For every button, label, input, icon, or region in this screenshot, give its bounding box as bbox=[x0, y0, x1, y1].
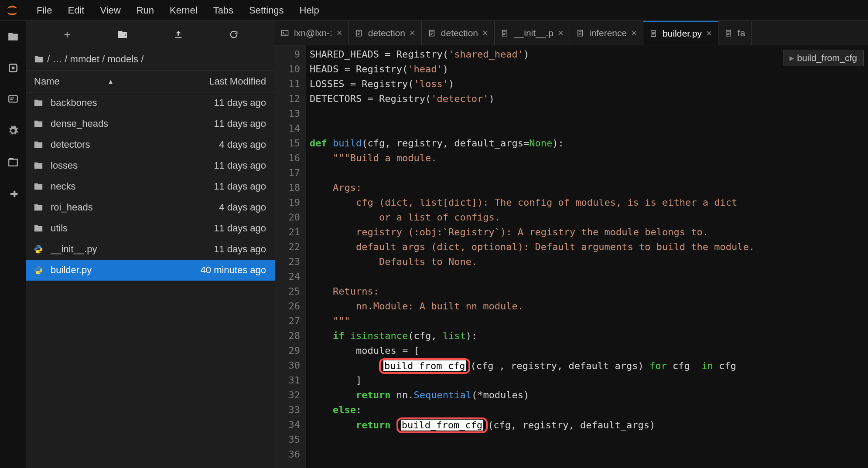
menu-tabs[interactable]: Tabs bbox=[205, 0, 241, 20]
file-modified: 11 days ago bbox=[166, 97, 275, 109]
search-match: build_from_cfg bbox=[396, 417, 488, 433]
editor-tab[interactable]: fa bbox=[718, 21, 752, 45]
file-modified: 11 days ago bbox=[166, 223, 275, 234]
breadcrumb-segment[interactable]: / bbox=[141, 54, 144, 64]
code-line[interactable]: if isinstance(cfg, list): bbox=[310, 329, 868, 343]
breadcrumb-segment[interactable]: … bbox=[52, 54, 65, 64]
upload-icon[interactable] bbox=[172, 28, 185, 41]
breadcrumb-segment[interactable]: models bbox=[107, 54, 141, 64]
symbol-breadcrumb[interactable]: ▸ build_from_cfg bbox=[783, 50, 864, 66]
code-line[interactable]: return build_from_cfg(cfg, registry, def… bbox=[310, 417, 868, 432]
code-line[interactable] bbox=[310, 269, 868, 284]
line-number: 20 bbox=[275, 210, 306, 225]
menu-edit[interactable]: Edit bbox=[60, 0, 92, 20]
editor-tab[interactable]: detection× bbox=[422, 21, 495, 45]
editor[interactable]: ▸ build_from_cfg 91011121314151617181920… bbox=[275, 45, 868, 468]
code-line[interactable]: ] bbox=[310, 373, 868, 388]
folder-icon[interactable] bbox=[6, 30, 20, 44]
new-launcher-icon[interactable]: + bbox=[61, 28, 73, 41]
close-icon[interactable]: × bbox=[706, 28, 712, 39]
col-name-label: Name bbox=[34, 76, 60, 87]
code-line[interactable]: registry (:obj:`Registry`): A registry t… bbox=[310, 225, 868, 240]
breadcrumb-segment[interactable]: / bbox=[65, 54, 70, 64]
line-number: 27 bbox=[275, 314, 306, 329]
file-row[interactable]: dense_heads11 days ago bbox=[26, 113, 275, 134]
close-icon[interactable]: × bbox=[558, 27, 564, 39]
close-icon[interactable]: × bbox=[337, 27, 342, 39]
file-modified: 11 days ago bbox=[166, 160, 275, 171]
editor-tabs: lxn@lxn-:×detection×detection×__init__.p… bbox=[275, 21, 868, 45]
code-line[interactable] bbox=[310, 106, 868, 121]
code-line[interactable]: Defaults to None. bbox=[310, 254, 868, 269]
code-line[interactable]: default_args (dict, optional): Default a… bbox=[310, 240, 868, 254]
code-line[interactable] bbox=[310, 121, 868, 136]
file-row[interactable]: necks11 days ago bbox=[26, 176, 275, 197]
breadcrumb[interactable]: / … / mmdet / models / bbox=[26, 48, 275, 71]
editor-tab[interactable]: builder.py× bbox=[643, 21, 718, 45]
breadcrumb-segment[interactable]: / bbox=[47, 54, 52, 64]
tabs-icon[interactable] bbox=[6, 155, 20, 169]
svg-rect-6 bbox=[9, 158, 14, 159]
code-line[interactable]: nn.Module: A built nn module. bbox=[310, 299, 868, 314]
file-modified: 4 days ago bbox=[166, 202, 275, 213]
file-row[interactable]: __init__.py11 days ago bbox=[26, 239, 275, 260]
menu-settings[interactable]: Settings bbox=[241, 0, 292, 20]
refresh-icon[interactable] bbox=[228, 28, 240, 41]
running-icon[interactable] bbox=[6, 61, 20, 75]
file-row[interactable]: backbones11 days ago bbox=[26, 92, 275, 113]
editor-tab[interactable]: __init__.p× bbox=[495, 21, 570, 45]
folder-icon bbox=[26, 224, 51, 233]
file-list-header[interactable]: Name ▲ Last Modified bbox=[26, 71, 275, 92]
code-line[interactable]: Returns: bbox=[310, 284, 868, 299]
code-line[interactable]: def build(cfg, registry, default_args=No… bbox=[310, 136, 868, 151]
document-icon bbox=[576, 29, 585, 37]
menu-view[interactable]: View bbox=[92, 0, 128, 20]
code-line[interactable] bbox=[310, 166, 868, 180]
code-line[interactable]: return nn.Sequential(*modules) bbox=[310, 388, 868, 403]
menu-run[interactable]: Run bbox=[129, 0, 162, 20]
menu-file[interactable]: File bbox=[29, 0, 60, 20]
menu-help[interactable]: Help bbox=[292, 0, 327, 20]
document-icon bbox=[501, 29, 509, 37]
line-number: 32 bbox=[275, 388, 306, 403]
line-number: 16 bbox=[275, 151, 306, 166]
editor-tab[interactable]: inference× bbox=[570, 21, 643, 45]
code-line[interactable] bbox=[310, 432, 868, 447]
code-content[interactable]: SHARED_HEADS = Registry('shared_head')HE… bbox=[306, 45, 868, 468]
breadcrumb-segment[interactable]: mmdet bbox=[70, 54, 102, 64]
close-icon[interactable]: × bbox=[482, 27, 488, 39]
commands-icon[interactable] bbox=[6, 92, 20, 106]
code-line[interactable]: DETECTORS = Registry('detector') bbox=[310, 92, 868, 106]
close-icon[interactable]: × bbox=[631, 27, 637, 39]
editor-tab[interactable]: detection× bbox=[349, 21, 422, 45]
code-line[interactable]: """Build a module. bbox=[310, 151, 868, 166]
sort-asc-icon: ▲ bbox=[108, 78, 114, 85]
line-number: 28 bbox=[275, 329, 306, 343]
menu-kernel[interactable]: Kernel bbox=[162, 0, 205, 20]
breadcrumb-segment[interactable]: / bbox=[102, 54, 107, 64]
file-row[interactable]: builder.py40 minutes ago bbox=[26, 260, 275, 281]
file-row[interactable]: roi_heads4 days ago bbox=[26, 197, 275, 218]
code-line[interactable]: build_from_cfg(cfg_, registry, default_a… bbox=[310, 358, 868, 373]
file-row[interactable]: utils11 days ago bbox=[26, 218, 275, 239]
tab-label: lxn@lxn-: bbox=[294, 28, 332, 38]
code-line[interactable]: else: bbox=[310, 403, 868, 417]
code-line[interactable] bbox=[310, 447, 868, 462]
file-row[interactable]: detectors4 days ago bbox=[26, 134, 275, 155]
close-icon[interactable]: × bbox=[410, 27, 415, 39]
settings-gear-icon[interactable] bbox=[6, 124, 20, 138]
code-line[interactable]: LOSSES = Registry('loss') bbox=[310, 77, 868, 92]
file-row[interactable]: losses11 days ago bbox=[26, 155, 275, 176]
file-modified: 11 days ago bbox=[166, 244, 275, 255]
code-line[interactable]: or a list of configs. bbox=[310, 210, 868, 225]
activity-rail bbox=[0, 21, 26, 468]
code-line[interactable]: """ bbox=[310, 314, 868, 329]
file-name: losses bbox=[51, 160, 166, 171]
code-line[interactable]: Args: bbox=[310, 180, 868, 195]
code-line[interactable]: cfg (dict, list[dict]): The config of mo… bbox=[310, 195, 868, 210]
editor-tab[interactable]: lxn@lxn-:× bbox=[275, 21, 349, 45]
code-line[interactable]: modules = [ bbox=[310, 343, 868, 358]
extension-icon[interactable] bbox=[6, 187, 20, 200]
terminal-icon bbox=[281, 29, 290, 37]
new-folder-icon[interactable]: + bbox=[116, 28, 129, 41]
